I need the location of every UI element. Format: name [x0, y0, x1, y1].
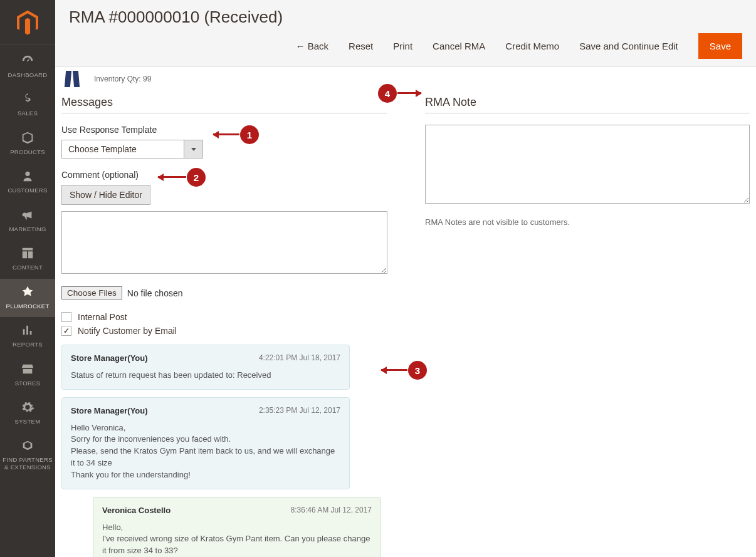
callout-badge-2: 2: [187, 168, 206, 187]
sidebar-item-plumrocket[interactable]: PLUMROCKET: [0, 279, 55, 317]
comment-label: Comment (optional): [61, 170, 387, 180]
sidebar-item-partners[interactable]: FIND PARTNERS & EXTENSIONS: [0, 432, 55, 478]
credit-memo-button[interactable]: Credit Memo: [505, 41, 559, 51]
cancel-rma-button[interactable]: Cancel RMA: [433, 41, 485, 51]
callout-badge-3: 3: [408, 361, 427, 380]
toggle-editor-button[interactable]: Show / Hide Editor: [61, 185, 150, 205]
message-author: Store Manager(You): [71, 353, 148, 365]
messages-heading: Messages: [61, 96, 387, 113]
message-author: Veronica Costello: [102, 505, 171, 517]
sidebar-item-customers[interactable]: CUSTOMERS: [0, 163, 55, 201]
dropdown-toggle[interactable]: [184, 140, 203, 159]
layout-icon: [0, 246, 55, 261]
sidebar-item-system[interactable]: SYSTEM: [0, 394, 55, 432]
chevron-down-icon: [191, 148, 196, 151]
comment-textarea[interactable]: [61, 211, 387, 274]
page-header: RMA #000000010 (Received) Back Reset Pri…: [55, 0, 756, 67]
message-body: Hello, I've received wrong size of Krato…: [102, 522, 372, 557]
save-button[interactable]: Save: [698, 33, 742, 59]
plumrocket-icon: [0, 285, 55, 300]
print-button[interactable]: Print: [393, 41, 412, 51]
callout-arrow-2: [158, 176, 186, 178]
sidebar-item-marketing[interactable]: MARKETING: [0, 202, 55, 240]
store-icon: [0, 362, 55, 377]
inventory-qty: Inventory Qty: 99: [94, 75, 151, 83]
notify-email-checkbox[interactable]: [61, 326, 71, 336]
reset-button[interactable]: Reset: [349, 41, 373, 51]
messages-panel: Messages Use Response Template Choose Te…: [61, 96, 387, 557]
message-date: 2:35:23 PM Jul 12, 2017: [259, 405, 340, 417]
choose-files-button[interactable]: Choose Files: [61, 286, 122, 299]
save-continue-button[interactable]: Save and Continue Edit: [579, 41, 678, 51]
partners-icon: [0, 439, 55, 454]
callout-arrow-1: [213, 133, 239, 135]
sidebar-item-content[interactable]: CONTENT: [0, 240, 55, 278]
dollar-icon: [0, 92, 55, 107]
person-icon: [0, 169, 55, 184]
message-body: Hello Veronica, Sorry for the inconvenie…: [71, 422, 340, 481]
sidebar-item-products[interactable]: PRODUCTS: [0, 125, 55, 163]
internal-post-checkbox[interactable]: [61, 312, 71, 322]
response-template-select[interactable]: Choose Template: [61, 140, 203, 159]
callout-badge-4: 4: [378, 84, 397, 103]
message-item: Store Manager(You)2:35:23 PM Jul 12, 201…: [61, 397, 350, 489]
back-button[interactable]: Back: [296, 41, 329, 51]
message-item: Store Manager(You)4:22:01 PM Jul 18, 201…: [61, 345, 350, 390]
callout-arrow-4: [397, 92, 421, 94]
main-content: RMA #000000010 (Received) Back Reset Pri…: [55, 0, 756, 557]
admin-sidebar: DASHBOARD SALES PRODUCTS CUSTOMERS MARKE…: [0, 0, 55, 557]
callout-badge-1: 1: [240, 125, 259, 144]
box-icon: [0, 131, 55, 146]
rma-note-heading: RMA Note: [425, 96, 750, 113]
internal-post-label: Internal Post: [78, 312, 127, 322]
sidebar-item-sales[interactable]: SALES: [0, 86, 55, 124]
magento-logo[interactable]: [0, 0, 55, 45]
megaphone-icon: [0, 208, 55, 223]
action-bar: Back Reset Print Cancel RMA Credit Memo …: [69, 33, 742, 66]
message-item: Veronica Costello8:36:46 AM Jul 12, 2017…: [93, 497, 381, 557]
product-thumbnail: [63, 70, 81, 88]
rma-note-hint: RMA Notes are not visible to customers.: [425, 217, 750, 227]
sidebar-item-dashboard[interactable]: DASHBOARD: [0, 48, 55, 86]
dashboard-icon: [0, 54, 55, 69]
chart-icon: [0, 323, 55, 338]
message-date: 4:22:01 PM Jul 18, 2017: [259, 353, 340, 365]
rma-note-panel: RMA Note RMA Notes are not visible to cu…: [425, 96, 750, 557]
message-body: Status of return request has been update…: [71, 370, 340, 382]
message-date: 8:36:46 AM Jul 12, 2017: [291, 505, 372, 517]
gear-icon: [0, 400, 55, 415]
message-author: Store Manager(You): [71, 405, 148, 417]
sidebar-item-stores[interactable]: STORES: [0, 356, 55, 394]
rma-note-textarea[interactable]: [425, 125, 750, 204]
response-template-value: Choose Template: [61, 140, 184, 159]
file-status: No file chosen: [127, 288, 183, 298]
notify-email-label: Notify Customer by Email: [78, 326, 177, 336]
sidebar-item-reports[interactable]: REPORTS: [0, 317, 55, 355]
page-title: RMA #000000010 (Received): [69, 8, 742, 27]
callout-arrow-3: [381, 369, 407, 371]
